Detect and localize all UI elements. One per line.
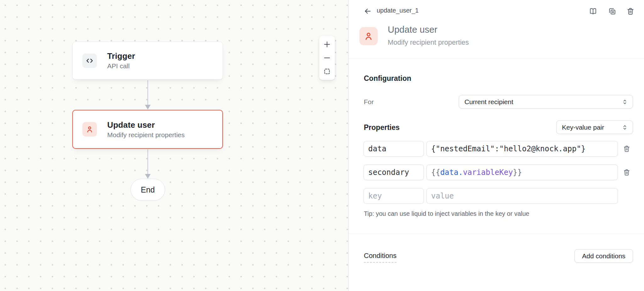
kv-key-input-empty[interactable] <box>364 188 424 204</box>
user-icon <box>363 31 374 42</box>
code-icon <box>82 53 97 68</box>
kv-value-input[interactable]: {{data.variableKey}} <box>426 165 618 180</box>
workflow-node-update-user[interactable]: Update user Modify recipient properties <box>72 110 223 149</box>
duplicate-icon <box>608 7 617 16</box>
add-conditions-button[interactable]: Add conditions <box>575 249 633 263</box>
kv-value-input[interactable] <box>426 141 618 157</box>
plus-icon <box>323 40 331 48</box>
properties-label: Properties <box>364 123 400 132</box>
arrow-left-icon <box>364 7 372 15</box>
workflow-node-trigger[interactable]: Trigger API call <box>72 42 223 80</box>
trash-icon <box>626 7 635 16</box>
duplicate-button[interactable] <box>606 5 619 18</box>
minus-icon <box>323 54 331 62</box>
liquid-close: }} <box>513 168 522 177</box>
step-type-icon-badge <box>359 27 378 45</box>
zoom-out-button[interactable] <box>319 52 335 64</box>
chevron-up-down-icon <box>621 98 628 105</box>
workflow-node-end[interactable]: End <box>130 179 165 201</box>
node-subtitle: API call <box>107 61 135 70</box>
divider <box>349 234 644 234</box>
workflow-canvas[interactable]: Trigger API call Update user Modify reci… <box>0 0 348 291</box>
for-select-value: Current recipient <box>464 98 513 106</box>
zoom-controls <box>319 36 335 80</box>
kv-key-input[interactable] <box>364 165 424 180</box>
kv-tip-text: Tip: you can use liquid to inject variab… <box>364 210 529 217</box>
workflow-editor: Trigger API call Update user Modify reci… <box>0 0 644 291</box>
book-open-icon <box>589 7 597 16</box>
for-label: For <box>364 98 374 106</box>
docs-button[interactable] <box>587 5 599 18</box>
trash-icon <box>623 168 631 176</box>
liquid-open: {{ <box>431 168 440 177</box>
conditions-heading: Conditions <box>364 252 397 263</box>
panel-header: update_user_1 <box>349 0 644 21</box>
end-node-label: End <box>141 185 155 194</box>
node-title: Trigger <box>107 51 135 61</box>
configuration-heading: Configuration <box>364 74 411 83</box>
step-subtitle: Modify recipient properties <box>388 38 469 47</box>
fit-view-icon <box>323 68 331 75</box>
divider <box>349 58 644 59</box>
node-title: Update user <box>107 120 185 130</box>
step-title: Update user <box>388 25 437 35</box>
kv-value-input-empty[interactable] <box>426 188 618 204</box>
step-settings-panel: update_user_1 <box>348 0 644 291</box>
kv-row-delete-button[interactable] <box>621 167 632 178</box>
liquid-path: data. <box>440 168 463 177</box>
fit-view-button[interactable] <box>319 65 335 78</box>
kv-row-delete-button[interactable] <box>621 143 632 154</box>
chevron-up-down-icon <box>621 124 628 131</box>
delete-step-button[interactable] <box>624 5 637 18</box>
properties-mode-value: Key-value pair <box>562 124 604 131</box>
liquid-variable: variableKey <box>463 168 513 177</box>
node-subtitle: Modify recipient properties <box>107 130 185 139</box>
properties-mode-select[interactable]: Key-value pair <box>556 120 633 134</box>
for-select[interactable]: Current recipient <box>459 95 633 109</box>
user-icon <box>82 122 97 137</box>
panel-title: update_user_1 <box>377 7 419 14</box>
kv-key-input[interactable] <box>364 141 424 157</box>
back-button[interactable] <box>362 5 373 17</box>
trash-icon <box>623 145 631 153</box>
zoom-in-button[interactable] <box>319 38 335 51</box>
